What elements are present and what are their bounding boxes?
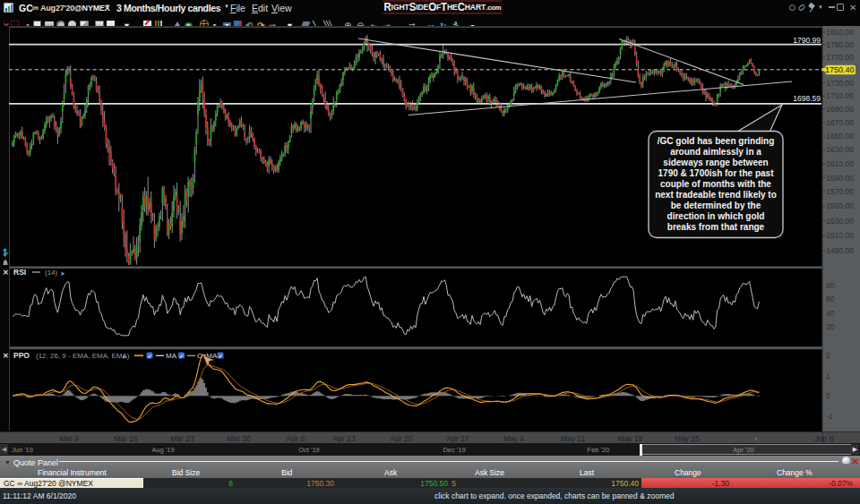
svg-text:➤: ➤: [122, 354, 127, 360]
svg-text:breaks from that range: breaks from that range: [667, 222, 765, 232]
svg-text:/GC gold has been grinding: /GC gold has been grinding: [658, 136, 775, 146]
svg-text:RSI: RSI: [13, 268, 26, 277]
svg-text:0: 0: [826, 391, 830, 400]
svg-text:1730.00: 1730.00: [826, 79, 854, 88]
svg-text:1698.59: 1698.59: [793, 94, 821, 103]
svg-text:20: 20: [826, 322, 835, 331]
svg-text:1710.00: 1710.00: [826, 91, 854, 100]
svg-text:✕: ✕: [3, 352, 9, 360]
svg-text:(12, 26, 9 - EMA, EMA, EMA): (12, 26, 9 - EMA, EMA, EMA): [36, 352, 130, 360]
svg-text:MA: MA: [166, 352, 177, 360]
svg-text:1790.00: 1790.00: [826, 40, 854, 49]
svg-text:1570.00: 1570.00: [826, 187, 854, 196]
svg-text:1650.00: 1650.00: [826, 132, 854, 141]
svg-text:➤: ➤: [60, 270, 65, 277]
svg-text:couple of months with the: couple of months with the: [660, 179, 771, 189]
svg-text:direction in which gold: direction in which gold: [667, 211, 765, 221]
svg-text:60: 60: [826, 295, 835, 303]
svg-text:-1: -1: [826, 412, 833, 421]
svg-text:1490.00: 1490.00: [826, 246, 854, 255]
svg-text:1770.00: 1770.00: [826, 53, 854, 62]
svg-text:1790.99: 1790.99: [793, 36, 821, 45]
svg-text:1630.00: 1630.00: [826, 145, 854, 154]
svg-text:1510.00: 1510.00: [826, 231, 854, 240]
svg-text:✓: ✓: [219, 354, 223, 359]
svg-text:1810.00: 1810.00: [826, 28, 854, 37]
svg-text:1: 1: [826, 372, 830, 380]
svg-text:1550.00: 1550.00: [826, 201, 854, 210]
svg-text:PPO: PPO: [13, 351, 30, 360]
svg-text:sideways range between: sideways range between: [663, 158, 768, 167]
svg-text:80: 80: [826, 281, 835, 290]
svg-text:✓: ✓: [148, 354, 152, 359]
svg-text:✕: ✕: [3, 269, 9, 277]
svg-text:1690.00: 1690.00: [826, 105, 854, 114]
svg-text:✓: ✓: [179, 354, 184, 359]
svg-text:around aimlessly in a: around aimlessly in a: [670, 147, 761, 157]
svg-text:1790 & 1700ish for the past: 1790 & 1700ish for the past: [658, 168, 775, 178]
svg-text:1750.40: 1750.40: [825, 65, 855, 74]
svg-text:next tradeable trend likely to: next tradeable trend likely to: [655, 190, 777, 200]
svg-text:2: 2: [826, 351, 830, 360]
svg-text:1610.00: 1610.00: [826, 159, 854, 168]
svg-text:40: 40: [826, 309, 835, 318]
svg-text:1590.00: 1590.00: [826, 174, 854, 183]
svg-text:1530.00: 1530.00: [826, 217, 854, 226]
svg-text:(14): (14): [45, 269, 58, 277]
svg-text:1670.00: 1670.00: [826, 118, 854, 127]
svg-text:be determined by the: be determined by the: [671, 201, 761, 210]
